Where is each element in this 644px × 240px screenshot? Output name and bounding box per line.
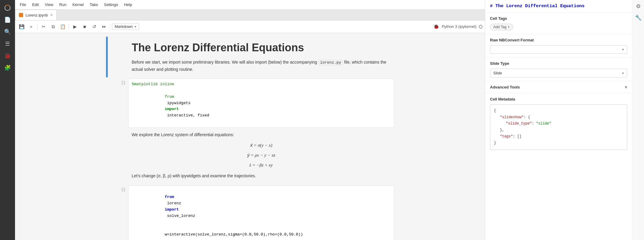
advanced-tools-section: Advanced Tools ▾ [485,81,632,93]
sidebar-toc-icon[interactable]: ☰ [2,38,13,49]
menu-settings[interactable]: Settings [101,2,120,8]
meta-line-5: "tags": [] [494,134,623,140]
intro-paragraph: Before we start, we import some prelimin… [132,59,391,73]
add-tag-text: Add Tag [493,25,506,29]
toolbar-separator-1 [37,24,38,30]
menu-tabs[interactable]: Tabs [87,2,100,8]
raw-nbconvert-chevron: ▾ [622,47,624,52]
notebook-title: The Lorenz Differential Equations [132,41,391,54]
meta-line-3: "slide_type": "slide" [494,121,623,127]
code-area-1: %matplotlib inline from ipywidgets impor… [128,79,394,128]
panel-gear-icon[interactable]: ⚙ [636,3,641,10]
copy-button[interactable]: ⧉ [49,22,57,31]
cell-metadata-label: Cell Metadata [490,97,627,101]
slide-type-section: Slide Type Slide ▾ [485,58,632,81]
cell-type-label: Markdown [115,24,133,29]
menu-help[interactable]: Help [122,2,135,8]
meta-line-6: } [494,140,623,147]
cell-indicator-2 [106,129,108,184]
notebook-tab-lorenz[interactable]: Lorenz.ipynb × [15,10,57,20]
markdown-cell-2: We explore the Lorenz system of differen… [106,129,394,184]
notebook-content: The Lorenz Differential Equations Before… [15,33,485,240]
add-cell-button[interactable]: + [27,22,35,31]
slide-type-dropdown[interactable]: Slide ▾ [490,69,627,77]
cell-content-markdown-1[interactable]: The Lorenz Differential Equations Before… [128,37,394,77]
metadata-box[interactable]: { "slideshow": { "slide_type": "slide" }… [490,104,627,150]
toolbar-separator-2 [69,24,69,30]
slide-type-label: Slide Type [490,61,627,66]
menu-bar: File Edit View Run Kernel Tabs Settings … [15,0,485,10]
lets-change-paragraph: Let's change (σ, β, ρ) with ipywidgets a… [132,172,391,179]
tab-label: Lorenz.ipynb [26,13,48,17]
cell-type-chevron: ▾ [135,25,136,29]
cell-execution-count-code-1: [ ]: [110,79,128,85]
menu-kernel[interactable]: Kernel [70,2,86,8]
advanced-tools-label: Advanced Tools [490,85,520,89]
menu-file[interactable]: File [17,2,29,8]
code-cell-2: [ ]: from lorenz import solve_lorenz w=i… [106,185,394,240]
menu-run[interactable]: Run [57,2,69,8]
code-lorenz-module: lorenz [165,201,183,206]
add-tag-button[interactable]: Add Tag + [490,24,513,30]
advanced-tools-chevron[interactable]: ▾ [625,84,627,90]
meta-line-2: "slideshow": { [494,114,623,121]
menu-edit[interactable]: Edit [30,2,41,8]
panel-wrench-icon[interactable]: 🔧 [635,14,642,21]
code-cell-1: [ ]: %matplotlib inline from ipywidgets … [106,79,394,128]
save-button[interactable]: 💾 [17,22,26,31]
code-solve-lorenz: solve_lorenz [165,214,195,218]
raw-nbconvert-section: Raw NBConvert Format ▾ [485,34,632,58]
notebook-container: File Edit View Run Kernel Tabs Settings … [15,0,485,240]
cell-execution-count-1 [110,37,128,38]
from-keyword-2: from [165,195,174,199]
kernel-name-label: Python 3 (ipykernel) [442,24,476,29]
restart-button[interactable]: ↺ [90,22,98,31]
cell-content-code-2[interactable]: from lorenz import solve_lorenz w=intera… [128,185,394,240]
raw-nbconvert-label: Raw NBConvert Format [490,38,627,42]
cell-tags-section: Cell Tags Add Tag + [485,13,632,34]
tab-bar: Lorenz.ipynb × [15,10,485,20]
fast-forward-button[interactable]: ⏭ [100,22,108,31]
sidebar-file-icon[interactable]: 📄 [2,14,13,25]
tab-close-button[interactable]: × [50,13,53,17]
kernel-debug-icon[interactable]: 🐞 [433,24,439,29]
meta-line-1: { [494,108,623,114]
cell-execution-count-2 [110,129,128,131]
markdown-cell-1: The Lorenz Differential Equations Before… [106,37,394,77]
run-button[interactable]: ▶ [71,22,79,31]
code-area-2: from lorenz import solve_lorenz w=intera… [128,186,394,240]
code-line-1-1: %matplotlib inline [132,81,390,88]
right-panel-title: # The Lorenz Differential Equations [490,4,585,9]
cut-button[interactable]: ✂ [39,22,48,31]
menu-view[interactable]: View [42,2,56,8]
code-magic: %matplotlib inline [132,82,174,86]
slide-type-chevron: ▾ [622,71,624,75]
cell-metadata-section: Cell Metadata { "slideshow": { "slide_ty… [485,93,632,154]
cell-type-dropdown[interactable]: Markdown ▾ [112,23,139,30]
cell-indicator-1 [106,37,108,77]
code-interactive-call: w=interactive(solve_lorenz,sigma=(0.0,50… [165,232,303,237]
explore-paragraph: We explore the Lorenz system of differen… [132,131,391,138]
import-keyword: import [165,107,179,111]
cell-content-code-1[interactable]: %matplotlib inline from ipywidgets impor… [128,79,394,128]
stop-button[interactable]: ■ [80,22,89,31]
import-keyword-2: import [165,207,179,212]
right-panel-header: # The Lorenz Differential Equations [485,0,632,13]
sidebar-extensions-icon[interactable]: 🧩 [2,62,13,73]
cell-content-markdown-2[interactable]: We explore the Lorenz system of differen… [128,129,394,184]
toolbar: 💾 + ✂ ⧉ 📋 ▶ ■ ↺ ⏭ Markdown ▾ 🐞 Python 3 … [15,20,485,33]
from-keyword: from [165,94,174,99]
cell-indicator-code-1 [106,79,108,128]
meta-line-4: }, [494,127,623,134]
sidebar-search-icon[interactable]: 🔍 [2,26,13,37]
add-tag-plus: + [508,25,510,29]
sidebar-debug-icon[interactable]: 🐞 [2,50,13,61]
paste-button[interactable]: 📋 [59,22,67,31]
cell-wrapper: The Lorenz Differential Equations Before… [106,37,394,240]
code-names: interactive, fixed [165,113,209,118]
left-sidebar: 📄 🔍 ☰ 🐞 🧩 [0,0,15,240]
equation-1: ẋ = σ(y − x) [132,140,391,150]
raw-nbconvert-dropdown[interactable]: ▾ [490,45,627,54]
math-equations: ẋ = σ(y − x) ẏ = ρx − y − xz ż = −βz + x… [132,140,391,170]
right-panel: # The Lorenz Differential Equations Cell… [485,0,644,240]
